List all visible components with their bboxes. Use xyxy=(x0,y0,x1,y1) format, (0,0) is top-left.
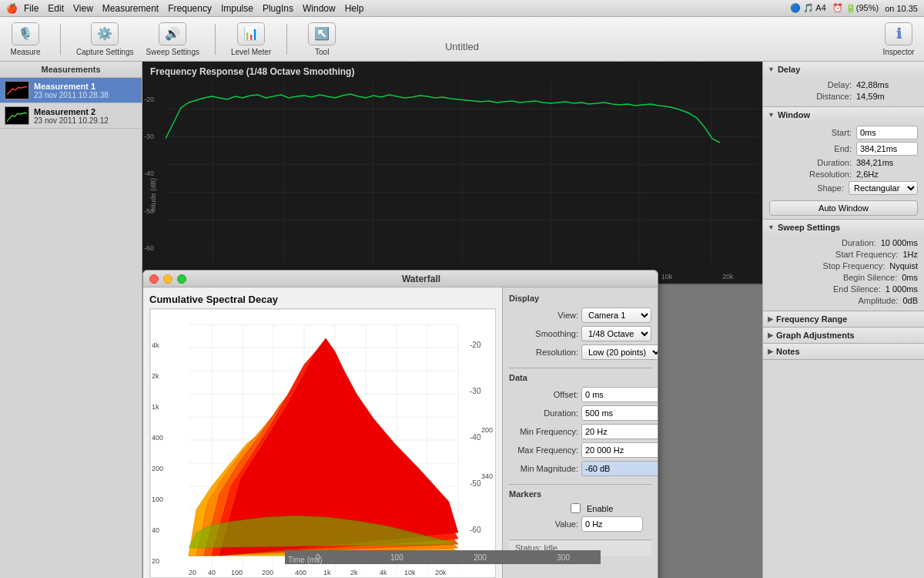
markers-enable-label: Enable xyxy=(587,504,613,513)
level-meter-button[interactable]: 📊 Level Meter xyxy=(231,22,271,56)
resolution-row: Resolution: Low (20 points) xyxy=(509,344,651,360)
measurement-info-2: Measurement 2 23 nov 2011 10.29.12 xyxy=(34,107,109,125)
svg-text:2k: 2k xyxy=(350,569,358,576)
sweep-settings-button[interactable]: 🔊 Sweep Settings xyxy=(146,22,200,56)
menu-view[interactable]: View xyxy=(73,3,93,14)
window-duration-label: Duration: xyxy=(769,158,856,167)
end-silence-value: 1 000ms xyxy=(886,284,918,294)
waterfall-titlebar[interactable]: Waterfall xyxy=(143,271,658,287)
min-freq-label: Min Frequency: xyxy=(509,427,578,436)
distance-value: 14,59m xyxy=(856,92,918,101)
view-label: View: xyxy=(509,311,578,320)
sweep-settings-icon: 🔊 xyxy=(159,22,186,45)
freq-range-triangle-icon: ▶ xyxy=(768,315,773,323)
end-silence-label: End Silence: xyxy=(769,284,886,294)
markers-enable-checkbox[interactable] xyxy=(571,503,581,513)
menu-impulse[interactable]: Impulse xyxy=(221,3,253,14)
shape-label: Shape: xyxy=(769,183,849,193)
delay-label: Delay: xyxy=(769,80,856,89)
menu-measurement[interactable]: Measurement xyxy=(102,3,159,14)
svg-text:200: 200 xyxy=(481,426,493,434)
window-section-header[interactable]: ▼ Window xyxy=(763,107,924,123)
menu-file[interactable]: File xyxy=(24,3,38,14)
shape-row: Shape: Rectangular xyxy=(769,181,918,195)
apple-menu[interactable]: 🍎 xyxy=(6,3,18,14)
smoothing-select[interactable]: 1/48 Octave xyxy=(581,326,651,341)
end-row: End: xyxy=(769,142,918,156)
shape-select[interactable]: Rectangular xyxy=(849,181,918,195)
svg-text:4k: 4k xyxy=(380,569,387,576)
view-select[interactable]: Camera 1 xyxy=(581,307,651,323)
y-axis-title: nitude (dB) xyxy=(149,178,157,212)
resolution-select[interactable]: Low (20 points) xyxy=(581,344,658,360)
sidebar-header: Measurements xyxy=(0,62,142,78)
level-meter-icon: 📊 xyxy=(237,22,265,45)
measurement-item-2[interactable]: Measurement 2 23 nov 2011 10.29.12 xyxy=(0,103,142,129)
smoothing-row: Smoothing: 1/48 Octave xyxy=(509,326,651,341)
freq-response-panel: Frequency Response (1/48 Octave Smoothin… xyxy=(142,62,762,285)
min-freq-input[interactable] xyxy=(581,424,658,439)
notes-header[interactable]: ▶ Notes xyxy=(763,344,924,360)
end-input[interactable] xyxy=(856,142,918,156)
min-freq-row: Min Frequency: ▲ ▼ xyxy=(509,424,651,439)
distance-row: Distance: 14,59m xyxy=(769,92,918,101)
svg-rect-0 xyxy=(5,82,28,99)
freq-response-graph: -20 -30 -40 -50 -60 xyxy=(166,81,758,267)
content-area: Frequency Response (1/48 Octave Smoothin… xyxy=(142,62,762,578)
menu-edit[interactable]: Edit xyxy=(48,3,64,14)
begin-silence-value: 0ms xyxy=(902,273,918,282)
min-mag-input[interactable] xyxy=(581,461,658,476)
duration-input-group: ▲ ▼ xyxy=(581,405,658,421)
menu-window[interactable]: Window xyxy=(303,3,336,14)
sweep-settings-header[interactable]: ▼ Sweep Settings xyxy=(763,220,924,235)
svg-text:10k: 10k xyxy=(404,569,416,576)
window-duration-value: 384,21ms xyxy=(856,158,918,167)
markers-enable-row: Enable xyxy=(509,503,651,513)
start-freq-row: Start Frequency: 1Hz xyxy=(769,250,918,259)
auto-window-button[interactable]: Auto Window xyxy=(769,200,918,216)
duration-label: Duration: xyxy=(509,408,578,418)
waterfall-title: Waterfall xyxy=(191,274,651,284)
begin-silence-label: Begin Silence: xyxy=(769,273,902,282)
time-axis: 0100200300 xyxy=(285,550,601,564)
sweep-triangle-icon: ▼ xyxy=(768,223,775,231)
measure-button[interactable]: 🎙️ Measure xyxy=(6,22,45,56)
menu-plugins[interactable]: PlugIns xyxy=(263,3,293,14)
svg-text:4k: 4k xyxy=(152,341,159,349)
toolbar-separator-2 xyxy=(215,24,216,55)
capture-settings-button[interactable]: ⚙️ Capture Settings xyxy=(76,22,134,56)
inspector-panel: ▼ Delay Delay: 42,88ms Distance: 14,59m … xyxy=(762,62,924,578)
maximize-button[interactable] xyxy=(177,274,186,284)
waterfall-svg: -20 -30 -40 -50 -60 xyxy=(150,309,496,578)
svg-text:20k: 20k xyxy=(435,569,447,576)
window-resolution-label: Resolution: xyxy=(769,170,856,179)
window-section-content: Start: End: Duration: 384,21ms Resolutio… xyxy=(763,123,924,219)
divider-2 xyxy=(509,484,651,485)
markers-value-input[interactable] xyxy=(581,516,643,532)
markers-section-title: Markers xyxy=(509,489,651,499)
inspector-button[interactable]: ℹ Inspector xyxy=(879,22,918,56)
offset-input[interactable] xyxy=(581,387,658,402)
measurement-item-1[interactable]: Measurement 1 23 nov 2011 10.28.38 xyxy=(0,78,142,103)
delay-section-header[interactable]: ▼ Delay xyxy=(763,62,924,77)
menu-frequency[interactable]: Frequency xyxy=(168,3,212,14)
minimize-button[interactable] xyxy=(163,274,172,284)
waterfall-graph-area: Cumulative Spectral Decay xyxy=(143,287,502,578)
menu-help[interactable]: Help xyxy=(345,3,364,14)
start-freq-value: 1Hz xyxy=(902,250,918,259)
graph-adj-triangle-icon: ▶ xyxy=(768,331,773,339)
graph-adj-header[interactable]: ▶ Graph Adjustments xyxy=(763,328,924,344)
freq-range-header[interactable]: ▶ Frequency Range xyxy=(763,311,924,328)
y-axis-labels: -20-30-40-50-60 xyxy=(144,81,154,267)
tool-button[interactable]: ↖️ Tool xyxy=(303,22,341,56)
end-silence-row: End Silence: 1 000ms xyxy=(769,284,918,294)
svg-text:40: 40 xyxy=(152,526,159,534)
svg-text:200: 200 xyxy=(262,569,273,576)
start-input[interactable] xyxy=(856,126,918,139)
waterfall-window: Waterfall Cumulative Spectral Decay xyxy=(142,270,658,578)
duration-input[interactable] xyxy=(581,405,658,421)
delay-value: 42,88ms xyxy=(856,80,918,89)
close-button[interactable] xyxy=(149,274,159,284)
sweep-duration-row: Duration: 10 000ms xyxy=(769,238,918,247)
max-freq-input[interactable] xyxy=(581,442,658,458)
